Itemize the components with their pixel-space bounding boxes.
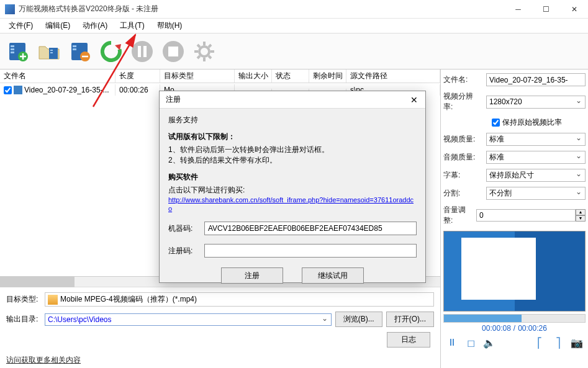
volume-input[interactable] [476, 209, 576, 222]
reg-code-input[interactable] [204, 244, 417, 258]
filename-input[interactable] [486, 73, 586, 86]
col-header-name[interactable]: 文件名 [0, 70, 115, 83]
right-panel: 文件名: 视频分辨率: 保持原始视频比率 视频质量: 音频质量: 字幕: 分割: [441, 70, 588, 368]
open-button[interactable]: 打开(O)... [386, 312, 434, 327]
pause-button[interactable] [128, 37, 156, 66]
keep-ratio-checkbox[interactable] [492, 119, 500, 127]
svg-rect-1 [11, 45, 14, 47]
output-dir-input[interactable] [45, 313, 332, 326]
keep-ratio-label: 保持原始视频比率 [502, 117, 562, 128]
target-type-field[interactable]: Mobile MPEG-4视频编码（推荐）(*.mp4) [45, 292, 434, 307]
video-file-icon [14, 86, 22, 94]
svg-point-17 [199, 47, 209, 56]
machine-code-input[interactable] [204, 222, 417, 235]
machine-code-label: 机器码: [168, 223, 199, 234]
svg-rect-2 [11, 48, 14, 50]
format-icon [48, 295, 58, 305]
preview-frame [443, 231, 586, 312]
svg-rect-3 [11, 52, 14, 53]
preview-time-total: 00:00:26 [518, 324, 547, 333]
settings-button[interactable] [190, 37, 219, 66]
trial-line-2: 2、转换后的结果文件带有水印。 [168, 155, 417, 166]
convert-button[interactable] [97, 37, 125, 66]
menubar: 文件(F) 编辑(E) 动作(A) 工具(T) 帮助(H) [0, 19, 588, 34]
output-dir-label: 输出目录: [6, 314, 41, 325]
col-header-length[interactable]: 长度 [115, 70, 160, 83]
app-icon [5, 4, 15, 14]
preview-stop-icon[interactable]: ◻ [464, 336, 477, 349]
preview-volume-icon[interactable]: 🔈 [483, 336, 495, 349]
svg-rect-14 [143, 46, 147, 57]
row-filename: Video_20-07-29_16-35-... [24, 86, 109, 94]
footer-link[interactable]: 访问获取更多相关内容 [0, 352, 440, 368]
svg-rect-9 [73, 45, 76, 47]
svg-rect-16 [168, 47, 178, 56]
preview-pause-icon[interactable]: ⏸ [446, 336, 458, 349]
menu-action[interactable]: 动作(A) [78, 19, 112, 32]
log-button[interactable]: 日志 [387, 332, 430, 348]
target-type-value: Mobile MPEG-4视频编码（推荐）(*.mp4) [60, 294, 197, 305]
register-button[interactable]: 注册 [221, 267, 283, 284]
col-header-status[interactable]: 状态 [272, 70, 309, 83]
audio-quality-label: 音频质量: [443, 152, 482, 163]
audio-quality-select[interactable] [486, 151, 586, 164]
preview-progress[interactable] [443, 314, 586, 323]
row-checkbox[interactable] [4, 86, 12, 94]
volume-up[interactable]: ▲ [576, 209, 586, 215]
table-header: 文件名 长度 目标类型 输出大小 状态 剩余时间 源文件路径 [0, 70, 440, 83]
preview-mark-out-icon[interactable]: ⎤ [552, 336, 564, 349]
split-select[interactable] [486, 187, 586, 200]
svg-rect-10 [73, 48, 76, 50]
preview-mark-in-icon[interactable]: ⎡ [533, 336, 546, 349]
buy-link[interactable]: http://www.sharebank.com.cn/soft/soft_if… [168, 196, 414, 212]
col-header-path[interactable]: 源文件路径 [346, 70, 440, 83]
resolution-label: 视频分辨率: [443, 91, 482, 112]
toolbar [0, 34, 588, 70]
continue-trial-button[interactable]: 继续试用 [302, 267, 364, 284]
buy-desc: 点击以下网址进行购买: [168, 185, 417, 195]
service-support-text: 服务支持 [168, 115, 417, 125]
video-quality-label: 视频质量: [443, 134, 482, 145]
register-dialog: 注册 ✕ 服务支持 试用版有以下限制： 1、软件启动后第一次转换时会弹出注册对话… [159, 91, 426, 283]
close-button[interactable]: ✕ [560, 0, 588, 19]
preview-snapshot-icon[interactable]: 📷 [571, 336, 583, 349]
window-title: 万能视频格式转换器V2020终身版 - 未注册 [19, 4, 504, 14]
maximize-button[interactable]: ☐ [532, 0, 560, 19]
subtitle-label: 字幕: [443, 170, 482, 181]
dialog-titlebar: 注册 ✕ [160, 91, 425, 109]
dialog-title-text: 注册 [166, 94, 403, 105]
minimize-button[interactable]: ─ [504, 0, 532, 19]
menu-edit[interactable]: 编辑(E) [40, 19, 75, 32]
svg-rect-6 [50, 50, 53, 51]
dialog-close-button[interactable]: ✕ [403, 91, 425, 109]
stop-button[interactable] [159, 37, 188, 66]
menu-tools[interactable]: 工具(T) [115, 19, 149, 32]
col-header-size[interactable]: 输出大小 [235, 70, 272, 83]
preview-time-current: 00:00:08 [482, 324, 511, 333]
titlebar: 万能视频格式转换器V2020终身版 - 未注册 ─ ☐ ✕ [0, 0, 588, 19]
col-header-remain[interactable]: 剩余时间 [309, 70, 346, 83]
target-type-label: 目标类型: [6, 294, 41, 305]
split-label: 分割: [443, 188, 482, 199]
svg-rect-13 [138, 46, 141, 57]
video-quality-select[interactable] [486, 133, 586, 146]
remove-file-button[interactable] [66, 37, 94, 66]
filename-label: 文件名: [443, 74, 482, 85]
svg-rect-7 [50, 52, 53, 53]
col-header-target[interactable]: 目标类型 [160, 70, 235, 83]
svg-point-12 [132, 41, 153, 62]
trial-line-1: 1、软件启动后第一次转换时会弹出注册对话框。 [168, 145, 417, 155]
resolution-select[interactable] [486, 96, 586, 109]
volume-label: 音量调整: [443, 205, 473, 226]
menu-help[interactable]: 帮助(H) [152, 19, 188, 32]
browse-button[interactable]: 浏览(B)... [335, 312, 382, 327]
trial-heading: 试用版有以下限制： [168, 132, 417, 142]
row-length: 00:00:26 [115, 84, 160, 96]
volume-down[interactable]: ▼ [576, 215, 586, 222]
add-folder-button[interactable] [35, 37, 63, 66]
add-file-button[interactable] [4, 37, 32, 66]
subtitle-select[interactable] [486, 169, 586, 182]
menu-file[interactable]: 文件(F) [4, 19, 38, 32]
preview-area: 00:00:08 / 00:00:26 ⏸ ◻ 🔈 ⎡ ⎤ 📷 [443, 231, 586, 349]
bottom-controls: 目标类型: Mobile MPEG-4视频编码（推荐）(*.mp4) 输出目录:… [0, 287, 440, 352]
